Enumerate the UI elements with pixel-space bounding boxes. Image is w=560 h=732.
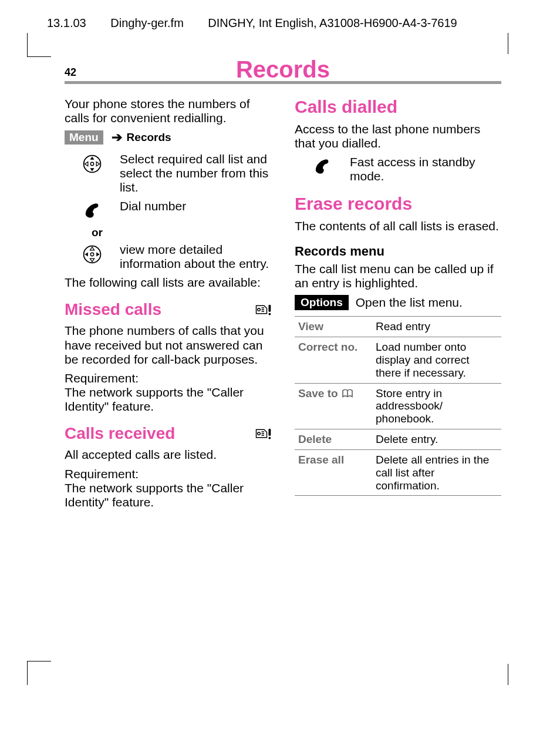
calls-received-heading: Calls received — [65, 424, 271, 443]
option-name: View — [295, 317, 372, 337]
svg-marker-5 — [96, 162, 99, 166]
menu-softkey-label: Menu — [65, 130, 103, 145]
title-bar: 42 Records — [65, 55, 501, 84]
requirement-text: The network supports the "Caller Identit… — [65, 481, 271, 509]
call-key-icon — [82, 200, 103, 221]
requirement-text: The network supports the "Caller Identit… — [65, 385, 271, 414]
intro-text: Your phone stores the numbers of calls f… — [65, 97, 271, 125]
svg-marker-10 — [90, 258, 94, 261]
navigation-key-icon — [82, 153, 103, 174]
erase-records-text: The contents of all call lists is erased… — [295, 219, 501, 233]
table-row: View Read entry — [295, 317, 501, 337]
step-text: Dial number — [120, 199, 271, 213]
step-text: Fast access in standby mode. — [350, 155, 501, 183]
header-date: 13.1.03 — [47, 16, 86, 29]
svg-marker-12 — [96, 252, 99, 256]
table-row: Save to Store entry in addressbook/ phon… — [295, 383, 501, 429]
step-row: Fast access in standby mode. — [295, 155, 501, 183]
requirement-label: Requirement: — [65, 371, 271, 385]
call-key-icon — [312, 156, 333, 177]
calls-dialled-heading: Calls dialled — [295, 97, 501, 117]
right-column: Calls dialled Access to the last phone n… — [295, 97, 501, 514]
option-name: Correct no. — [295, 337, 372, 383]
missed-calls-text: The phone numbers of calls that you have… — [65, 324, 271, 366]
step-row: view more detailed information about the… — [65, 243, 271, 271]
step-row: Dial number — [65, 199, 271, 221]
svg-rect-23 — [269, 429, 271, 436]
svg-marker-11 — [85, 252, 87, 256]
menu-path: Menu ➔ Records — [65, 130, 271, 145]
svg-point-18 — [269, 313, 271, 315]
header-doc-id: DINGHY, Int English, A31008-H6900-A4-3-7… — [208, 16, 457, 29]
calls-dialled-text: Access to the last phone numbers that yo… — [295, 122, 501, 150]
table-row: Erase all Delete all entries in the call… — [295, 449, 501, 496]
svg-point-13 — [258, 308, 261, 311]
svg-marker-3 — [90, 168, 94, 171]
lists-intro: The following call lists are available: — [65, 276, 271, 290]
svg-point-24 — [269, 437, 271, 439]
option-name: Erase all — [295, 449, 372, 496]
records-menu-heading: Records menu — [295, 244, 501, 258]
option-desc: Delete entry. — [372, 429, 501, 450]
table-row: Delete Delete entry. — [295, 429, 501, 450]
navigation-key-icon — [82, 244, 103, 265]
option-desc: Read entry — [372, 317, 501, 337]
crop-mark — [508, 33, 508, 54]
requirement-label: Requirement: — [65, 467, 271, 481]
erase-records-heading: Erase records — [295, 194, 501, 214]
crop-mark — [27, 33, 51, 57]
svg-point-7 — [90, 253, 93, 256]
records-menu-table: View Read entry Correct no. Load number … — [295, 316, 501, 496]
header-file: Dinghy-ger.fm — [110, 16, 184, 29]
calls-received-text: All accepted calls are listed. — [65, 448, 271, 462]
svg-point-19 — [258, 432, 261, 435]
page-title: Records — [236, 58, 330, 81]
table-row: Correct no. Load number onto display and… — [295, 337, 501, 383]
options-text: Open the list menu. — [356, 296, 463, 310]
or-label: or — [65, 226, 271, 239]
sim-dependent-icon — [254, 303, 271, 316]
svg-marker-4 — [85, 162, 87, 166]
menu-target: Records — [127, 131, 171, 144]
svg-point-1 — [90, 162, 93, 165]
options-softkey-label: Options — [295, 295, 349, 310]
option-name: Save to — [295, 383, 372, 429]
records-menu-text: The call list menu can be called up if a… — [295, 262, 501, 290]
left-column: Your phone stores the numbers of calls f… — [65, 97, 271, 514]
step-text: view more detailed information about the… — [120, 243, 271, 271]
svg-marker-2 — [90, 156, 94, 159]
svg-rect-17 — [269, 305, 271, 312]
page-number: 42 — [65, 66, 76, 79]
options-row: Options Open the list menu. — [295, 295, 501, 310]
option-desc: Store entry in addressbook/ phonebook. — [372, 383, 501, 429]
doc-header: 13.1.03 Dinghy-ger.fm DINGHY, Int Englis… — [47, 16, 513, 30]
svg-marker-9 — [90, 247, 94, 250]
step-row: Select required call list and select the… — [65, 152, 271, 194]
option-desc: Load number onto display and correct the… — [372, 337, 501, 383]
sim-dependent-icon — [254, 427, 271, 440]
crop-mark — [508, 664, 508, 685]
step-text: Select required call list and select the… — [120, 152, 271, 194]
arrow-right-icon: ➔ — [112, 130, 122, 145]
option-desc: Delete all entries in the call list afte… — [372, 449, 501, 496]
crop-mark — [27, 661, 51, 685]
addressbook-icon — [341, 389, 354, 398]
option-name: Delete — [295, 429, 372, 450]
missed-calls-heading: Missed calls — [65, 300, 271, 319]
